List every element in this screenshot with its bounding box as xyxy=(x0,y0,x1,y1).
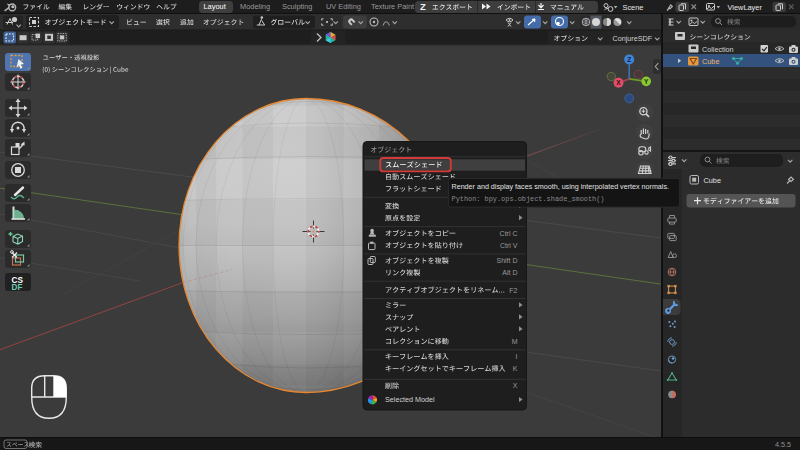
svg-text:Render and display faces smoot: Render and display faces smooth, using i… xyxy=(452,183,670,191)
svg-text:K: K xyxy=(513,365,518,372)
svg-text:DF: DF xyxy=(12,283,23,292)
svg-text:Ctrl C: Ctrl C xyxy=(500,230,518,237)
svg-text:F2: F2 xyxy=(509,287,517,294)
svg-text:Z: Z xyxy=(627,56,631,63)
svg-text:X: X xyxy=(616,79,621,86)
svg-text:Cube: Cube xyxy=(702,57,719,66)
svg-text:M: M xyxy=(512,338,518,345)
svg-text:Selected Model: Selected Model xyxy=(385,395,435,404)
svg-text:ViewLayer: ViewLayer xyxy=(728,3,763,12)
svg-text:I: I xyxy=(516,353,518,360)
svg-text:Alt D: Alt D xyxy=(502,269,517,276)
svg-text:Z: Z xyxy=(420,1,426,12)
svg-text:Shift D: Shift D xyxy=(496,257,517,264)
svg-text:ConjureSDF: ConjureSDF xyxy=(613,34,653,43)
svg-text:Cube: Cube xyxy=(704,176,721,185)
svg-text:Scene: Scene xyxy=(623,3,644,12)
svg-text:Texture Paint: Texture Paint xyxy=(371,2,414,11)
svg-text:Modeling: Modeling xyxy=(240,2,270,11)
svg-text:4.5.5: 4.5.5 xyxy=(775,440,791,449)
svg-text:Collection: Collection xyxy=(702,45,734,54)
svg-text:Layout: Layout xyxy=(204,2,226,11)
svg-text:Sculpting: Sculpting xyxy=(282,2,312,11)
svg-text:Ctrl V: Ctrl V xyxy=(500,242,518,249)
svg-text:Y: Y xyxy=(644,78,649,85)
svg-text:Python: bpy.ops.object.shade_s: Python: bpy.ops.object.shade_smooth() xyxy=(452,195,605,203)
svg-text:X: X xyxy=(513,382,518,389)
svg-text:UV Editing: UV Editing xyxy=(326,2,361,11)
